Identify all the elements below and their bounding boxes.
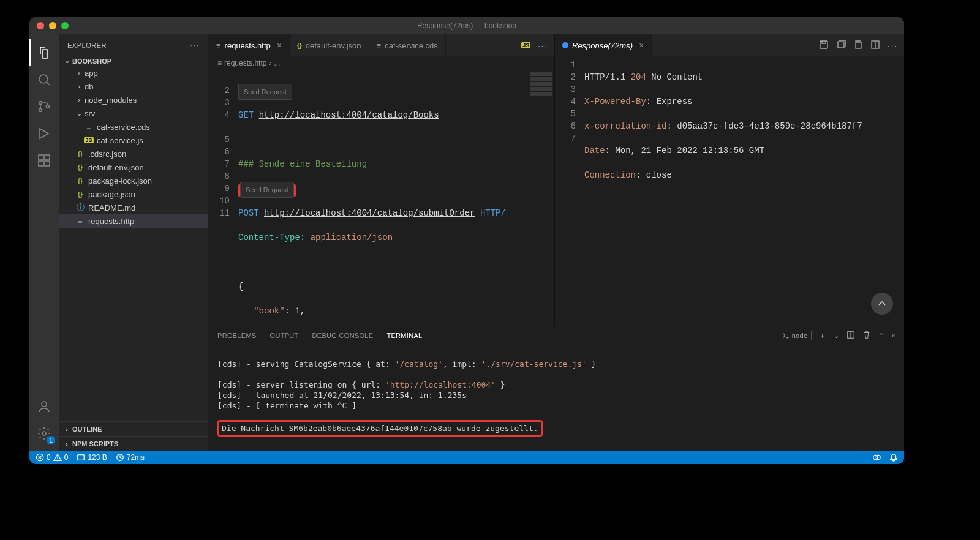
editor-right[interactable]: 1 2 3 4 5 6 7 HTTP/1.1 204 No Content X-… xyxy=(555,56,904,326)
run-debug-icon[interactable] xyxy=(29,120,59,147)
send-request-codelens[interactable]: Send Request xyxy=(240,182,294,198)
brace: { xyxy=(238,282,243,291)
kill-terminal-icon[interactable] xyxy=(862,331,871,340)
maximize-panel-icon[interactable]: ⌃ xyxy=(878,332,884,340)
file-requests-http[interactable]: ≡requests.http xyxy=(59,214,208,228)
settings-badge: 1 xyxy=(47,436,55,444)
tab-label: default-env.json xyxy=(306,41,361,50)
copy-icon[interactable] xyxy=(853,40,863,51)
extensions-icon[interactable] xyxy=(29,147,59,174)
file-icon: ≡ xyxy=(216,41,221,50)
close-icon[interactable]: × xyxy=(639,40,644,50)
code-area[interactable]: Send Request GET http://localhost:4004/c… xyxy=(238,70,554,326)
svg-point-8 xyxy=(42,402,47,407)
json-icon: {} xyxy=(75,191,86,198)
scroll-top-button[interactable] xyxy=(871,293,893,315)
project-section[interactable]: ⌄ BOOKSHOP xyxy=(59,56,208,66)
svg-point-0 xyxy=(39,75,48,83)
panel-tabs: PROBLEMS OUTPUT DEBUG CONSOLE TERMINAL n… xyxy=(209,326,904,345)
breadcrumbs[interactable]: ≡ requests.http › ... xyxy=(209,56,554,70)
response-dot-icon xyxy=(562,42,568,48)
file-readme[interactable]: ⓘREADME.md xyxy=(59,201,208,214)
panel-tab-problems[interactable]: PROBLEMS xyxy=(217,329,257,342)
save-all-icon[interactable] xyxy=(836,40,846,51)
close-panel-icon[interactable]: × xyxy=(891,332,895,339)
panel-tab-terminal[interactable]: TERMINAL xyxy=(386,329,422,342)
shell-name: node xyxy=(792,332,808,339)
breadcrumb-sep: › xyxy=(269,59,271,67)
file-default-env-json[interactable]: {}default-env.json xyxy=(59,160,208,174)
tab-default-env[interactable]: {} default-env.json xyxy=(290,34,369,56)
terminal-selector[interactable]: node xyxy=(778,331,812,340)
status-size[interactable]: 123 B xyxy=(77,453,107,462)
file-icon: ≡ xyxy=(377,41,382,50)
status-bell-icon[interactable] xyxy=(889,453,898,462)
svg-point-19 xyxy=(876,456,880,460)
breadcrumb-more: ... xyxy=(274,59,280,67)
svg-rect-6 xyxy=(45,161,50,166)
header-name: Content-Type: xyxy=(238,233,305,242)
tab-overflow-icon[interactable]: ··· xyxy=(538,41,548,50)
file-package-lock-json[interactable]: {}package-lock.json xyxy=(59,174,208,187)
source-control-icon[interactable] xyxy=(29,93,59,120)
file-label: README.md xyxy=(88,203,135,212)
breadcrumb-file: requests.http xyxy=(224,59,266,67)
file-cat-service-js[interactable]: JScat-service.js xyxy=(59,133,208,147)
tabs-left: ≡ requests.http × {} default-env.json ≡ … xyxy=(209,34,554,56)
zoom-window-button[interactable] xyxy=(61,22,69,29)
http-proto: HTTP/ xyxy=(480,208,506,218)
svg-point-3 xyxy=(47,105,50,108)
close-icon[interactable]: × xyxy=(277,40,282,50)
close-window-button[interactable] xyxy=(37,22,44,29)
editor-left[interactable]: 2 3 4 5 6 7 8 9 10 11 Send Reques xyxy=(209,70,554,326)
time-label: 72ms xyxy=(127,453,145,462)
panel-tab-output[interactable]: OUTPUT xyxy=(270,329,299,342)
file-icon: ≡ xyxy=(217,59,222,67)
minimap[interactable] xyxy=(527,70,554,326)
terminal-output[interactable]: [cds] - serving CatalogService { at: '/c… xyxy=(209,345,904,451)
folder-label: srv xyxy=(85,109,95,118)
status-feedback-icon[interactable] xyxy=(872,453,881,462)
status-time[interactable]: 72ms xyxy=(116,453,145,462)
file-label: requests.http xyxy=(88,217,134,226)
size-label: 123 B xyxy=(88,453,107,462)
file-cat-service-cds[interactable]: ≡cat-service.cds xyxy=(59,120,208,133)
new-terminal-icon[interactable]: ＋ xyxy=(819,331,826,340)
split-terminal-icon[interactable] xyxy=(846,331,855,340)
tab-cat-service-cds[interactable]: ≡ cat-service.cds xyxy=(369,34,446,56)
terminal-dropdown-icon[interactable]: ⌄ xyxy=(834,332,839,340)
tab-response[interactable]: Response(72ms) × xyxy=(555,34,652,56)
info-icon: ⓘ xyxy=(75,202,86,213)
svg-rect-4 xyxy=(39,155,43,160)
settings-gear-icon[interactable]: 1 xyxy=(29,420,59,447)
folder-app[interactable]: ›app xyxy=(59,66,208,80)
sidebar-more-icon[interactable]: ··· xyxy=(190,42,200,49)
more-actions-icon[interactable]: ··· xyxy=(888,41,898,50)
file-label: package-lock.json xyxy=(88,176,152,186)
response-body: HTTP/1.1 204 No Content X-Powered-By: Ex… xyxy=(584,56,904,326)
svg-rect-5 xyxy=(39,161,43,166)
http-url: http://localhost:4004/catalog/Books xyxy=(259,110,439,120)
gutter: 1 2 3 4 5 6 7 xyxy=(555,56,584,326)
file-package-json[interactable]: {}package.json xyxy=(59,187,208,201)
tab-label: cat-service.cds xyxy=(385,41,438,50)
save-icon[interactable] xyxy=(819,40,829,51)
accounts-icon[interactable] xyxy=(29,393,59,420)
explorer-icon[interactable] xyxy=(29,39,59,66)
folder-label: app xyxy=(85,69,98,78)
minimize-window-button[interactable] xyxy=(49,22,56,29)
search-icon[interactable] xyxy=(29,66,59,93)
panel-tab-debug[interactable]: DEBUG CONSOLE xyxy=(312,329,374,342)
split-editor-icon[interactable] xyxy=(870,40,880,51)
title-bar: Response(72ms) — bookshop xyxy=(29,17,904,34)
http-method: GET xyxy=(238,110,254,120)
npm-scripts-section[interactable]: ›NPM SCRIPTS xyxy=(59,436,208,451)
file-cdsrc-json[interactable]: {}.cdsrc.json xyxy=(59,147,208,160)
send-request-codelens[interactable]: Send Request xyxy=(238,84,292,100)
outline-section[interactable]: ›OUTLINE xyxy=(59,421,208,436)
status-errors[interactable]: 0 0 xyxy=(36,453,68,462)
folder-srv[interactable]: ⌄srv xyxy=(59,107,208,120)
folder-node-modules[interactable]: ›node_modules xyxy=(59,93,208,107)
folder-db[interactable]: ›db xyxy=(59,80,208,93)
tab-requests-http[interactable]: ≡ requests.http × xyxy=(209,34,290,56)
